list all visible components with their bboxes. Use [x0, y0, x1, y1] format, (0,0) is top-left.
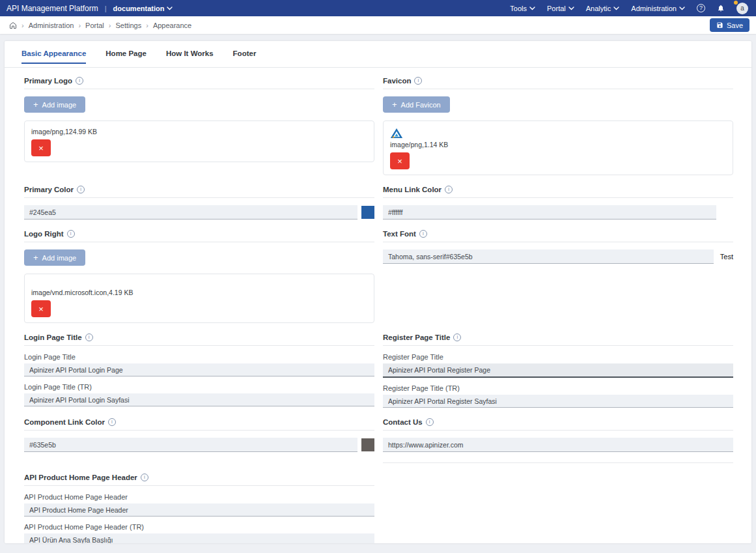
- info-icon[interactable]: i: [445, 186, 453, 193]
- menu-portal[interactable]: Portal: [547, 5, 574, 12]
- remove-file-button[interactable]: ×: [31, 300, 51, 317]
- field-label: Register Page Title (TR): [383, 384, 733, 392]
- info-icon[interactable]: i: [414, 77, 422, 85]
- menu-portal-label: Portal: [547, 5, 566, 12]
- section-title: Register Page Title: [383, 333, 450, 341]
- breadcrumb-separator: ›: [21, 21, 24, 29]
- register-title-field: Register Page Title: [383, 353, 733, 378]
- file-preview-box: image/png,1.14 KB ×: [383, 121, 733, 175]
- remove-file-button[interactable]: ×: [31, 139, 51, 156]
- primary-color-swatch[interactable]: [361, 206, 374, 219]
- close-icon: ×: [397, 157, 402, 165]
- register-title-tr-field: Register Page Title (TR): [383, 384, 733, 408]
- home-icon[interactable]: [9, 21, 17, 29]
- section-title: Component Link Color: [24, 418, 105, 426]
- help-icon: ?: [697, 4, 705, 12]
- text-font-input[interactable]: [383, 249, 714, 264]
- plus-icon: +: [33, 100, 38, 109]
- info-icon[interactable]: i: [419, 230, 427, 238]
- api-product-header-tr-field: API Product Home Page Header (TR): [24, 523, 374, 543]
- avatar-wrap: a: [736, 3, 748, 14]
- section-favicon: Favicon i + Add Favicon image/png,1.14 K…: [383, 77, 733, 175]
- breadcrumb-separator: ›: [78, 21, 81, 29]
- menu-link-color-swatch[interactable]: [720, 206, 733, 219]
- section-header: Primary Color i: [24, 186, 374, 198]
- info-icon[interactable]: i: [453, 333, 461, 341]
- app-title: API Management Platform: [7, 4, 98, 13]
- contact-us-input[interactable]: [383, 438, 733, 452]
- api-product-header-tr-input[interactable]: [24, 533, 374, 543]
- login-page-title-tr-input[interactable]: [24, 393, 374, 406]
- settings-card: Basic Appearance Home Page How It Works …: [5, 41, 751, 543]
- tab-how-it-works[interactable]: How It Works: [166, 50, 214, 64]
- menu-link-color-input[interactable]: [383, 205, 716, 220]
- login-page-title-input[interactable]: [24, 363, 374, 376]
- register-page-title-tr-input[interactable]: [383, 395, 733, 408]
- favicon-preview-image: [390, 128, 403, 139]
- info-icon[interactable]: i: [108, 418, 116, 426]
- login-title-tr-field: Login Page Title (TR): [24, 383, 374, 406]
- file-info: image/png,124.99 KB: [31, 128, 367, 135]
- info-icon[interactable]: i: [141, 474, 148, 481]
- breadcrumb-item-appearance[interactable]: Appearance: [153, 21, 191, 29]
- info-icon[interactable]: i: [426, 418, 434, 426]
- notifications-button[interactable]: [717, 4, 725, 12]
- primary-color-input[interactable]: [24, 205, 357, 220]
- breadcrumb-item-settings[interactable]: Settings: [115, 21, 141, 29]
- info-icon[interactable]: i: [67, 230, 75, 238]
- component-link-color-swatch[interactable]: [361, 438, 374, 451]
- plus-icon: +: [392, 100, 397, 109]
- section-title: API Product Home Page Header: [24, 474, 137, 481]
- project-selector[interactable]: documentation: [113, 5, 173, 12]
- section-header: Login Page Title i: [24, 333, 374, 346]
- breadcrumb-item-administration[interactable]: Administration: [29, 21, 74, 29]
- component-link-color-input[interactable]: [24, 438, 357, 452]
- info-icon[interactable]: i: [85, 333, 93, 341]
- app-root: API Management Platform | documentation …: [0, 0, 756, 543]
- menu-tools-label: Tools: [510, 5, 527, 12]
- add-image-button[interactable]: + Add image: [24, 249, 85, 266]
- add-favicon-button[interactable]: + Add Favicon: [383, 96, 450, 113]
- tab-basic-appearance[interactable]: Basic Appearance: [21, 50, 86, 64]
- menu-administration[interactable]: Administration: [631, 5, 685, 12]
- section-header: Logo Right i: [24, 230, 374, 242]
- info-icon[interactable]: i: [77, 186, 85, 193]
- navbar-left: API Management Platform | documentation: [7, 4, 173, 13]
- font-preview-text: Test: [720, 253, 733, 261]
- breadcrumb-separator: ›: [146, 21, 148, 29]
- section-primary-logo: Primary Logo i + Add image image/png,124…: [24, 77, 374, 162]
- add-image-button[interactable]: + Add image: [24, 96, 85, 113]
- file-info: image/png,1.14 KB: [390, 141, 726, 149]
- section-title: Contact Us: [383, 418, 423, 426]
- menu-analytic[interactable]: Analytic: [586, 5, 620, 12]
- menu-tools[interactable]: Tools: [510, 5, 535, 12]
- section-title: Favicon: [383, 77, 411, 85]
- chevron-down-icon: [568, 7, 574, 10]
- section-title: Menu Link Color: [383, 186, 441, 193]
- field-label: Login Page Title (TR): [24, 383, 374, 391]
- chevron-down-icon: [613, 7, 619, 10]
- section-text-font: Text Font i Test: [383, 230, 733, 264]
- save-icon: [716, 21, 723, 29]
- tabs: Basic Appearance Home Page How It Works …: [5, 41, 751, 64]
- section-api-product-header: API Product Home Page Header i API Produ…: [24, 474, 374, 543]
- bell-icon: [717, 4, 725, 12]
- avatar[interactable]: a: [736, 3, 748, 14]
- info-icon[interactable]: i: [76, 77, 83, 85]
- register-page-title-input[interactable]: [383, 363, 733, 378]
- api-product-header-input[interactable]: [24, 503, 374, 517]
- section-title: Text Font: [383, 230, 416, 238]
- save-button[interactable]: Save: [710, 18, 749, 32]
- chevron-down-icon: [529, 7, 535, 10]
- section-header: Menu Link Color i: [383, 186, 733, 198]
- help-button[interactable]: ?: [697, 4, 705, 12]
- tab-footer[interactable]: Footer: [233, 50, 257, 64]
- tab-home-page[interactable]: Home Page: [105, 50, 147, 64]
- section-register-page-title: Register Page Title i Register Page Titl…: [383, 333, 733, 408]
- remove-file-button[interactable]: ×: [390, 152, 410, 169]
- add-image-label: Add image: [42, 101, 77, 109]
- section-component-link-color: Component Link Color i: [24, 418, 374, 452]
- breadcrumb-item-portal[interactable]: Portal: [85, 21, 104, 29]
- section-header: Favicon i: [383, 77, 733, 89]
- navbar-right: Tools Portal Analytic Administration ?: [510, 3, 748, 14]
